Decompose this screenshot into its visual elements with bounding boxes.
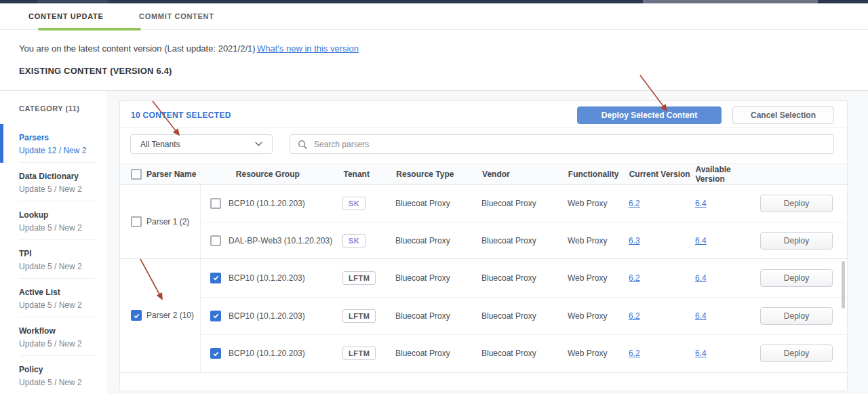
sidebar-item-parsers[interactable]: Parsers Update 12 / New 2 (0, 124, 106, 163)
column-label-resource-type: Resource Type (396, 170, 454, 179)
tenant-badge: SK (342, 234, 366, 248)
resource-type-cell: Bluecoat Proxy (395, 273, 481, 283)
filter-bar: All Tenants (120, 128, 847, 163)
sidebar-item-tpi[interactable]: TPI Update 5 / New 2 (0, 240, 106, 279)
tenant-filter-value: All Tenants (140, 140, 255, 149)
column-label-parser-name: Parser Name (146, 170, 196, 179)
resource-group-name: DAL-BP-Web3 (10.1.20.203) (229, 236, 332, 245)
row-checkbox[interactable] (210, 348, 221, 359)
action-cell: Deploy (760, 269, 847, 287)
resource-type-cell: Bluecoat Proxy (395, 236, 481, 245)
functionality-cell: Web Proxy (568, 199, 629, 208)
sidebar-item-policy[interactable]: Policy Update 5 / New 2 (0, 356, 106, 394)
vendor-cell: Bluecoat Proxy (481, 273, 568, 283)
tab-commit-content[interactable]: COMMIT CONTENT (139, 3, 214, 29)
tenant-cell: LFTM (342, 309, 395, 323)
vendor-cell: Bluecoat Proxy (481, 236, 568, 245)
deploy-selected-content-button[interactable]: Deploy Selected Content (577, 106, 722, 124)
sidebar-item-data-dictionary[interactable]: Data Dictionary Update 5 / New 2 (0, 163, 106, 201)
parser-1-checkbox[interactable] (131, 216, 142, 227)
content-update-page: CONTENT UPDATE COMMIT CONTENT You are on… (0, 0, 868, 394)
sidebar-item-title: Policy (19, 365, 106, 374)
deploy-row-button[interactable]: Deploy (760, 195, 833, 212)
tenant-cell: LFTM (342, 347, 395, 360)
available-version-link[interactable]: 6.4 (695, 349, 707, 358)
selected-count-label: 10 CONTENT SELECTED (131, 111, 231, 120)
existing-content-title: EXISTING CONTENT (VERSION 6.4) (19, 66, 172, 76)
table-header-row: Parser Name Resource Group Tenant Resour… (120, 163, 847, 185)
tenant-badge: LFTM (342, 309, 376, 323)
parser-group-1-rows: BCP10 (10.1.20.203) SK Bluecoat Proxy Bl… (201, 185, 847, 258)
sidebar-item-subtitle: Update 5 / New 2 (19, 378, 106, 387)
current-version-link[interactable]: 6.2 (629, 311, 640, 321)
resource-group-name: BCP10 (10.1.20.203) (229, 273, 305, 283)
search-icon (298, 140, 307, 149)
current-version-link[interactable]: 6.2 (629, 273, 640, 283)
current-version-cell: 6.3 (629, 236, 695, 245)
available-version-link[interactable]: 6.4 (695, 236, 707, 245)
parser-group-1-cell: Parser 1 (2) (120, 185, 201, 258)
column-label-tenant: Tenant (343, 170, 369, 179)
tab-content-update-label: CONTENT UPDATE (28, 12, 103, 20)
available-version-link[interactable]: 6.4 (695, 273, 707, 283)
vendor-cell: Bluecoat Proxy (481, 199, 568, 208)
available-version-link[interactable]: 6.4 (695, 311, 707, 321)
resource-group-name: BCP10 (10.1.20.203) (229, 311, 305, 321)
current-version-cell: 6.2 (629, 349, 695, 358)
deploy-row-button[interactable]: Deploy (760, 307, 833, 325)
vertical-scrollbar-thumb[interactable] (842, 261, 845, 309)
version-status-text: You are on the latest content version (L… (19, 43, 256, 54)
sidebar-item-subtitle: Update 5 / New 2 (19, 339, 106, 349)
parser-2-checkbox[interactable] (131, 310, 142, 321)
parser-group-2-cell: Parser 2 (10) (120, 259, 201, 372)
deploy-row-button[interactable]: Deploy (760, 232, 833, 250)
parser-group-2-rows: BCP10 (10.1.20.203) LFTM Bluecoat Proxy … (201, 259, 847, 372)
resource-group-name: BCP10 (10.1.20.203) (229, 349, 305, 358)
search-parsers-input[interactable] (314, 140, 826, 149)
active-tab-underline (38, 28, 141, 31)
header-cell-resource-group: Resource Group (202, 170, 344, 179)
sidebar-item-active-list[interactable]: Active List Update 5 / New 2 (0, 279, 106, 317)
tenant-badge: SK (342, 197, 366, 210)
parser-group-2: Parser 2 (10) BCP10 (10.1.20.203) LFTM B… (120, 259, 847, 373)
header-cell-parser-name: Parser Name (120, 169, 202, 180)
parser-group-1: Parser 1 (2) BCP10 (10.1.20.203) SK Blue… (120, 185, 847, 259)
category-list: Parsers Update 12 / New 2 Data Dictionar… (0, 124, 106, 394)
header-cell-current-version: Current Version (629, 170, 696, 179)
select-all-checkbox[interactable] (131, 169, 142, 180)
current-version-link[interactable]: 6.2 (629, 199, 640, 208)
sidebar-item-workflow[interactable]: Workflow Update 5 / New 2 (0, 317, 106, 356)
row-checkbox[interactable] (210, 273, 221, 283)
current-version-cell: 6.2 (629, 273, 695, 283)
deploy-row-button[interactable]: Deploy (760, 344, 833, 362)
tenant-filter-select[interactable]: All Tenants (130, 134, 273, 154)
whats-new-link[interactable]: What's new in this version (257, 43, 359, 54)
header-cell-available-version: Available Version (695, 165, 760, 184)
row-checkbox[interactable] (210, 198, 221, 209)
current-version-cell: 6.2 (629, 199, 695, 208)
sidebar-item-lookup[interactable]: Lookup Update 5 / New 2 (0, 201, 106, 240)
chevron-down-icon (255, 142, 262, 146)
sidebar-item-title: TPI (19, 249, 106, 258)
tab-content-update[interactable]: CONTENT UPDATE (28, 3, 103, 29)
sidebar-item-title: Active List (19, 288, 106, 297)
available-version-link[interactable]: 6.4 (695, 199, 707, 208)
resource-type-cell: Bluecoat Proxy (395, 349, 481, 358)
tab-commit-content-label: COMMIT CONTENT (139, 12, 214, 20)
tenant-badge: LFTM (342, 347, 376, 360)
category-header: CATEGORY (11) (19, 104, 79, 113)
functionality-cell: Web Proxy (568, 236, 629, 245)
row-checkbox[interactable] (210, 235, 221, 246)
cancel-selection-button[interactable]: Cancel Selection (732, 106, 834, 124)
available-version-cell: 6.4 (695, 199, 760, 208)
category-sidebar: CATEGORY (11) Parsers Update 12 / New 2 … (0, 91, 106, 394)
deploy-row-button[interactable]: Deploy (760, 269, 833, 287)
current-version-link[interactable]: 6.3 (629, 236, 640, 245)
action-cell: Deploy (760, 344, 847, 362)
sidebar-item-subtitle: Update 5 / New 2 (19, 223, 106, 233)
search-parsers-box (290, 134, 834, 154)
current-version-link[interactable]: 6.2 (629, 349, 640, 358)
functionality-cell: Web Proxy (568, 273, 629, 283)
table-row: BCP10 (10.1.20.203) LFTM Bluecoat Proxy … (201, 297, 847, 335)
row-checkbox[interactable] (210, 311, 221, 321)
